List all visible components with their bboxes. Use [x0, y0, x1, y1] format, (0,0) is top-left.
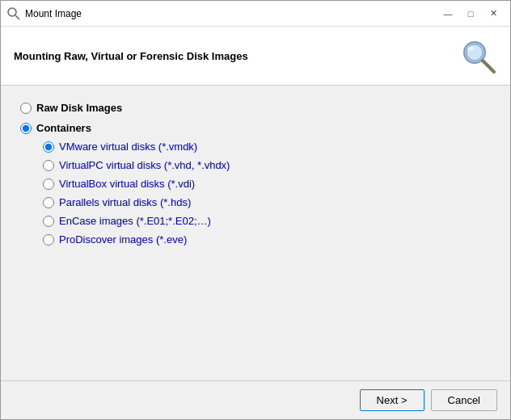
- encase-radio[interactable]: [43, 216, 54, 227]
- window-controls: — □ ✕: [437, 6, 504, 22]
- virtualbox-radio[interactable]: [43, 178, 54, 190]
- raw-disk-option[interactable]: Raw Disk Images: [20, 102, 491, 114]
- close-button[interactable]: ✕: [483, 6, 504, 22]
- containers-radio[interactable]: [20, 123, 32, 134]
- encase-label[interactable]: EnCase images (*.E01;*.E02;…): [59, 215, 211, 227]
- sub-options-list: VMware virtual disks (*.vmdk) VirtualPC …: [43, 141, 491, 246]
- minimize-button[interactable]: —: [437, 6, 458, 22]
- sub-option-3[interactable]: Parallels virtual disks (*.hds): [43, 196, 491, 208]
- sub-option-1[interactable]: VirtualPC virtual disks (*.vhd, *.vhdx): [43, 159, 491, 171]
- main-window: Mount Image — □ ✕ Mounting Raw, Virtual …: [0, 0, 511, 420]
- sub-option-5[interactable]: ProDiscover images (*.eve): [43, 233, 491, 246]
- header-title: Mounting Raw, Virtual or Forensic Disk I…: [14, 50, 248, 62]
- containers-option[interactable]: Containers: [20, 122, 491, 134]
- cancel-button[interactable]: Cancel: [431, 389, 497, 411]
- app-icon: [7, 7, 20, 20]
- prodiscover-label[interactable]: ProDiscover images (*.eve): [59, 233, 187, 246]
- sub-option-2[interactable]: VirtualBox virtual disks (*.vdi): [43, 178, 491, 190]
- vmware-radio[interactable]: [43, 141, 54, 153]
- prodiscover-radio[interactable]: [43, 234, 54, 246]
- header-icon: [458, 36, 497, 75]
- containers-group: Containers VMware virtual disks (*.vmdk)…: [20, 122, 491, 246]
- maximize-button[interactable]: □: [460, 6, 481, 22]
- raw-disk-label[interactable]: Raw Disk Images: [36, 102, 122, 114]
- main-options: Raw Disk Images Containers VMware virtua…: [20, 102, 491, 246]
- svg-line-1: [15, 15, 19, 19]
- header: Mounting Raw, Virtual or Forensic Disk I…: [1, 27, 510, 86]
- sub-option-4[interactable]: EnCase images (*.E01;*.E02;…): [43, 215, 491, 227]
- svg-line-4: [483, 61, 494, 72]
- virtualpc-label[interactable]: VirtualPC virtual disks (*.vhd, *.vhdx): [59, 159, 230, 171]
- window-title: Mount Image: [25, 8, 437, 19]
- title-bar: Mount Image — □ ✕: [1, 1, 510, 27]
- next-button[interactable]: Next >: [360, 389, 424, 411]
- content-area: Raw Disk Images Containers VMware virtua…: [1, 86, 510, 380]
- parallels-radio[interactable]: [43, 197, 54, 208]
- sub-option-0[interactable]: VMware virtual disks (*.vmdk): [43, 141, 491, 153]
- virtualpc-radio[interactable]: [43, 160, 54, 171]
- svg-point-0: [8, 8, 16, 16]
- footer: Next > Cancel: [1, 380, 510, 419]
- raw-disk-radio[interactable]: [20, 103, 32, 114]
- virtualbox-label[interactable]: VirtualBox virtual disks (*.vdi): [59, 178, 195, 190]
- parallels-label[interactable]: Parallels virtual disks (*.hds): [59, 196, 191, 208]
- vmware-label[interactable]: VMware virtual disks (*.vmdk): [59, 141, 197, 153]
- containers-label[interactable]: Containers: [36, 122, 91, 134]
